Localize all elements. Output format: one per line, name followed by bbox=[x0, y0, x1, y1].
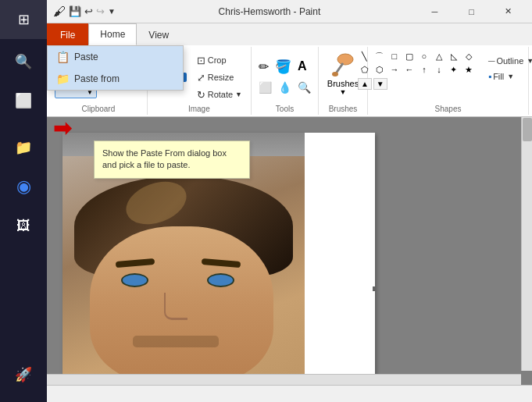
shape-star5[interactable]: ★ bbox=[462, 63, 476, 76]
resize-button[interactable]: ⤢ Resize bbox=[193, 69, 246, 86]
fill-arrow: ▼ bbox=[507, 73, 514, 80]
shapes-scroll-area: ╲ ⌒ □ ▢ ○ △ ◺ ◇ ⬠ ⬡ → ← ↑ ↓ ✦ bbox=[356, 48, 477, 90]
maximize-button[interactable]: □ bbox=[454, 1, 489, 23]
paste-menu-item[interactable]: 📋 Paste bbox=[48, 46, 183, 68]
red-arrow: ➡ bbox=[53, 116, 71, 141]
image-btn-col: ⊡ Crop ⤢ Resize ↻ Rotate ▼ bbox=[193, 52, 246, 103]
outline-label: Outline bbox=[496, 56, 523, 66]
shape-line[interactable]: ╲ bbox=[358, 50, 372, 62]
tools-row2: ⬜ 💧 🔍 bbox=[256, 79, 313, 96]
shape-diamond[interactable]: ◇ bbox=[462, 50, 476, 62]
tooltip-text: Show the Paste From dialog box and pick … bbox=[102, 148, 227, 169]
tab-file[interactable]: File bbox=[47, 23, 88, 45]
shape-ellipse[interactable]: ○ bbox=[417, 50, 431, 62]
tools-group: ✏ 🪣 A ⬜ 💧 🔍 Tools bbox=[252, 47, 319, 115]
shape-rtriangle[interactable]: ◺ bbox=[447, 50, 461, 62]
outline-arrow: ▼ bbox=[527, 57, 532, 65]
tools-row1: ✏ 🪣 A bbox=[256, 56, 309, 77]
chrome-button[interactable]: ◉ bbox=[0, 167, 47, 206]
crop-label: Crop bbox=[208, 55, 227, 65]
brush-icon bbox=[329, 51, 357, 79]
window-title: Chris-Hemsworth - Paint bbox=[122, 6, 417, 17]
rotate-label: Rotate bbox=[208, 90, 233, 99]
windows-icon: ⊞ bbox=[18, 11, 30, 28]
shape-hexagon[interactable]: ⬡ bbox=[373, 63, 387, 76]
tab-view[interactable]: View bbox=[137, 23, 180, 45]
crop-button[interactable]: ⊡ Crop bbox=[193, 52, 246, 69]
quick-access-dropdown[interactable]: ▼ bbox=[108, 7, 116, 16]
rocket-icon: 🚀 bbox=[15, 366, 32, 383]
shape-arrow-d[interactable]: ↓ bbox=[432, 63, 446, 76]
shape-pentagon[interactable]: ⬠ bbox=[358, 63, 372, 76]
minimize-button[interactable]: ─ bbox=[417, 1, 452, 23]
paste-from-menu-item[interactable]: 📁 Paste from bbox=[48, 68, 183, 90]
paste-from-icon: 📁 bbox=[55, 73, 70, 85]
text-icon[interactable]: A bbox=[295, 57, 309, 76]
canvas-resize-right[interactable] bbox=[373, 286, 375, 291]
svg-line-1 bbox=[336, 63, 343, 73]
shape-triangle[interactable]: △ bbox=[432, 50, 446, 62]
shape-rect[interactable]: □ bbox=[387, 50, 402, 62]
shape-star4[interactable]: ✦ bbox=[447, 63, 461, 76]
shape-arrow-u[interactable]: ↑ bbox=[417, 63, 431, 76]
search-button[interactable]: 🔍 bbox=[0, 42, 47, 81]
tab-home[interactable]: Home bbox=[88, 23, 137, 45]
photos-icon: 🖼 bbox=[16, 218, 30, 234]
paint-logo-icon: 🖌 bbox=[53, 5, 66, 19]
shapes-scroll-down[interactable]: ▼ bbox=[373, 78, 387, 90]
person-photo bbox=[62, 156, 305, 385]
shapes-scroll-arrows: ▲ ▼ bbox=[358, 78, 477, 90]
redo-quick-icon[interactable]: ↪ bbox=[96, 5, 105, 17]
brushes-group-label: Brushes bbox=[329, 103, 358, 113]
scrollbar-vertical[interactable] bbox=[521, 117, 532, 371]
resize-icon: ⤢ bbox=[197, 72, 205, 84]
fill-label: Fill bbox=[493, 72, 504, 81]
shapes-group: ╲ ⌒ □ ▢ ○ △ ◺ ◇ ⬠ ⬡ → ← ↑ ↓ ✦ bbox=[368, 47, 529, 115]
photos-button[interactable]: 🖼 bbox=[0, 206, 47, 245]
title-bar: 🖌 💾 ↩ ↪ ▼ Chris-Hemsworth - Paint ─ □ ✕ bbox=[47, 0, 532, 23]
svg-point-2 bbox=[332, 72, 338, 76]
shapes-scroll-up[interactable]: ▲ bbox=[358, 78, 372, 90]
windows-button[interactable]: ⊞ bbox=[0, 0, 47, 39]
undo-quick-icon[interactable]: ↩ bbox=[84, 5, 93, 17]
fill-icon: ▪ bbox=[488, 71, 491, 82]
resize-label: Resize bbox=[208, 73, 234, 82]
brushes-label: Brushes bbox=[327, 79, 359, 88]
taskbar: ⊞ 🔍 ⬜ 📁 ◉ 🖼 🚀 bbox=[0, 0, 47, 402]
shape-curve[interactable]: ⌒ bbox=[373, 50, 387, 62]
pencil-icon[interactable]: ✏ bbox=[256, 57, 271, 76]
shape-arrow-l[interactable]: ← bbox=[402, 63, 416, 76]
paste-from-tooltip: Show the Paste From dialog box and pick … bbox=[94, 141, 250, 179]
eraser-icon[interactable]: ⬜ bbox=[256, 79, 274, 96]
clipboard-label: Clipboard bbox=[81, 103, 115, 113]
folder-button[interactable]: 📁 bbox=[0, 128, 47, 167]
right-eye bbox=[207, 273, 234, 287]
outline-fill-group: ─ Outline ▼ ▪ Fill ▼ bbox=[482, 52, 532, 86]
rotate-arrow: ▼ bbox=[235, 91, 242, 98]
task-view-button[interactable]: ⬜ bbox=[0, 81, 47, 120]
outline-icon: ─ bbox=[488, 55, 495, 66]
magnifier-icon[interactable]: 🔍 bbox=[295, 79, 313, 96]
window-controls: ─ □ ✕ bbox=[417, 1, 526, 23]
shape-arrow-r[interactable]: → bbox=[387, 63, 402, 76]
search-icon: 🔍 bbox=[15, 53, 32, 70]
rotate-icon: ↻ bbox=[197, 89, 205, 101]
fill-icon[interactable]: 🪣 bbox=[273, 56, 294, 77]
scrollbar-horizontal[interactable] bbox=[47, 374, 521, 385]
save-quick-icon[interactable]: 💾 bbox=[69, 5, 81, 17]
rocket-button[interactable]: 🚀 bbox=[0, 355, 47, 394]
rotate-button[interactable]: ↻ Rotate ▼ bbox=[193, 86, 246, 103]
shape-roundrect[interactable]: ▢ bbox=[402, 50, 416, 62]
scrollbar-thumb-v[interactable] bbox=[523, 118, 532, 141]
chrome-icon: ◉ bbox=[16, 176, 31, 197]
mouth-area bbox=[133, 336, 219, 347]
shapes-grid: ╲ ⌒ □ ▢ ○ △ ◺ ◇ ⬠ ⬡ → ← ↑ ↓ ✦ bbox=[356, 48, 477, 77]
fill-button[interactable]: ▪ Fill ▼ bbox=[485, 69, 532, 84]
outline-button[interactable]: ─ Outline ▼ bbox=[485, 53, 532, 69]
brushes-arrow[interactable]: ▼ bbox=[340, 88, 347, 96]
tools-content: ✏ 🪣 A ⬜ 💧 🔍 bbox=[256, 48, 313, 103]
ribbon-tabs: File Home View bbox=[47, 23, 532, 45]
shapes-label: Shapes bbox=[435, 103, 462, 113]
close-button[interactable]: ✕ bbox=[491, 1, 526, 23]
color-picker-icon[interactable]: 💧 bbox=[276, 79, 294, 96]
